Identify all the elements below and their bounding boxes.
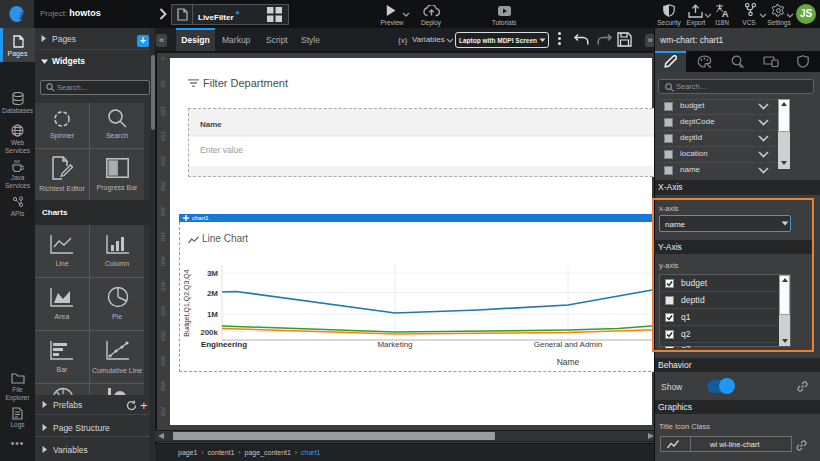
svg-text:Name: Name [557,357,580,367]
svg-text:Engineering: Engineering [201,340,247,349]
svg-text:General and Admin: General and Admin [534,340,603,349]
svg-text:2M: 2M [207,289,218,298]
svg-text:1M: 1M [207,310,218,319]
svg-text:200k: 200k [200,328,218,337]
svg-text:3M: 3M [207,269,218,278]
svg-text:Marketing: Marketing [377,340,412,349]
svg-text:A: A [722,8,729,18]
svg-text:Budget,Q1,Q2,Q3,Q4: Budget,Q1,Q2,Q3,Q4 [183,269,191,336]
